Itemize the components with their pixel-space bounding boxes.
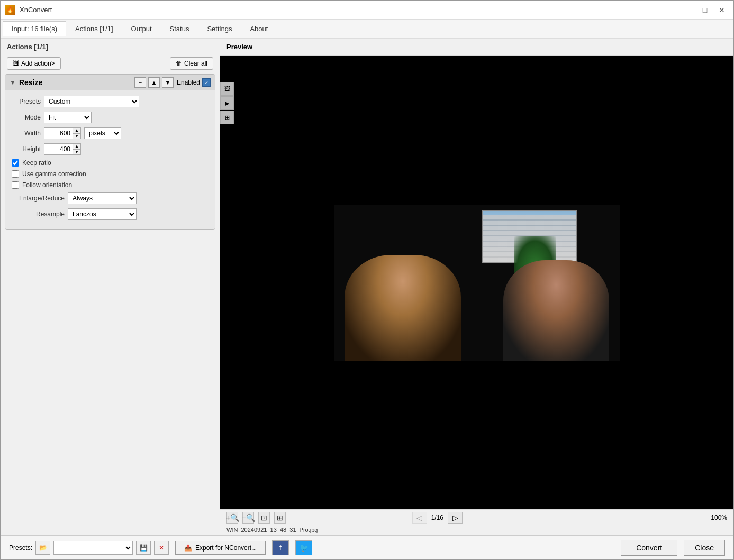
zoom-out-button[interactable]: −🔍	[242, 512, 254, 524]
mode-label: Mode	[12, 114, 41, 121]
zoom-in-button[interactable]: +🔍	[226, 512, 238, 524]
window-controls: — □ ✕	[681, 4, 729, 16]
presets-select[interactable]: Custom	[44, 96, 139, 107]
resize-action-block: ▼ Resize − ▲ ▼ Enabled ✓ Presets	[5, 74, 215, 230]
tab-output[interactable]: Output	[122, 21, 161, 36]
preview-zoom-toolbar: +🔍 −🔍 ⊡ ⊞ ◁ 1/16 ▷ 100%	[220, 509, 733, 526]
resize-enabled-checkbox[interactable]: ✓	[202, 78, 211, 87]
add-icon: 🖼	[13, 60, 19, 67]
presets-bar-label: Presets:	[9, 544, 32, 552]
preset-load-button[interactable]: 📂	[35, 541, 50, 555]
enlarge-reduce-row: Enlarge/Reduce Always Enlarge only Reduc…	[12, 192, 209, 204]
preview-image	[334, 205, 620, 361]
close-window-button[interactable]: ✕	[714, 4, 729, 16]
resize-remove-button[interactable]: −	[134, 77, 146, 88]
preview-filename: WIN_20240921_13_48_31_Pro.jpg	[220, 526, 733, 535]
follow-orientation-checkbox[interactable]	[12, 181, 19, 189]
tab-input[interactable]: Input: 16 file(s)	[3, 21, 66, 36]
unit-select[interactable]: pixels cm mm inches %	[84, 127, 121, 139]
actions-toolbar: 🖼 Add action> 🗑 Clear all	[1, 55, 220, 74]
resize-action-header: ▼ Resize − ▲ ▼ Enabled ✓	[5, 75, 215, 90]
zoom-level: 100%	[711, 514, 727, 521]
nav-prev-button[interactable]: ◁	[412, 512, 427, 524]
status-bar: Presets: 📂 💾 ✕ 📤 Export for NConvert... …	[1, 535, 733, 559]
resize-action-controls: − ▲ ▼	[134, 77, 174, 88]
presets-label: Presets	[12, 98, 41, 105]
enlarge-select[interactable]: Always Enlarge only Reduce only	[68, 192, 137, 204]
presets-row: Presets Custom	[12, 96, 209, 107]
zoom-reset-button[interactable]: ⊞	[274, 512, 286, 524]
width-decrement-button[interactable]: ▼	[73, 133, 81, 139]
preset-combo[interactable]	[53, 541, 133, 555]
gamma-correction-label: Use gamma correction	[22, 170, 86, 178]
height-spinbox: ▲ ▼	[44, 143, 81, 155]
left-panel: Actions [1/1] 🖼 Add action> 🗑 Clear all …	[1, 39, 220, 535]
close-button[interactable]: Close	[684, 540, 725, 556]
twitter-button[interactable]: 🐦	[295, 540, 312, 555]
gamma-correction-checkbox[interactable]	[12, 170, 19, 178]
width-row: Width ▲ ▼ pixels cm mm inche	[12, 127, 209, 139]
tab-about[interactable]: About	[241, 21, 277, 36]
minimize-button[interactable]: —	[681, 4, 695, 16]
clear-icon: 🗑	[176, 60, 182, 67]
preset-save-button[interactable]: 💾	[136, 541, 151, 555]
height-spinbox-buttons: ▲ ▼	[73, 143, 81, 155]
resample-select[interactable]: Lanczos Nearest Bilinear Bicubic	[68, 208, 137, 220]
convert-button[interactable]: Convert	[621, 540, 677, 556]
export-nconvert-button[interactable]: 📤 Export for NConvert...	[175, 541, 266, 555]
export-icon: 📤	[184, 544, 192, 552]
keep-ratio-label: Keep ratio	[22, 159, 51, 167]
tab-actions[interactable]: Actions [1/1]	[66, 21, 122, 36]
follow-orientation-label: Follow orientation	[22, 181, 72, 189]
add-action-button[interactable]: 🖼 Add action>	[7, 57, 61, 70]
resample-label: Resample	[12, 210, 65, 218]
enlarge-label: Enlarge/Reduce	[12, 195, 65, 202]
app-icon: 🔥	[5, 5, 15, 15]
preview-navigation: ◁ 1/16 ▷	[412, 512, 463, 524]
maximize-button[interactable]: □	[697, 4, 712, 16]
resize-move-down-button[interactable]: ▼	[162, 77, 174, 88]
follow-orientation-row: Follow orientation	[12, 181, 209, 189]
presets-section: Presets: 📂 💾 ✕	[9, 541, 169, 555]
keep-ratio-row: Keep ratio	[12, 159, 209, 167]
mode-select[interactable]: Fit Crop Stretch Width Height	[44, 112, 92, 123]
height-increment-button[interactable]: ▲	[73, 143, 81, 149]
preview-title: Preview	[220, 39, 733, 56]
height-decrement-button[interactable]: ▼	[73, 149, 81, 155]
nav-next-button[interactable]: ▷	[448, 512, 463, 524]
side-tool-grid[interactable]: ⊞	[220, 111, 234, 124]
preview-side-toolbar: 🖼 ▶ ⊞	[220, 82, 234, 124]
actions-panel-title: Actions [1/1]	[1, 39, 220, 55]
preview-counter: 1/16	[431, 514, 443, 521]
side-tool-image[interactable]: 🖼	[220, 82, 234, 96]
right-panel: Preview 🖼 ▶ ⊞	[220, 39, 733, 535]
preview-area: 🖼 ▶ ⊞	[220, 56, 733, 509]
facebook-button[interactable]: f	[272, 540, 289, 555]
resize-enabled-toggle: Enabled ✓	[177, 78, 211, 87]
mode-row: Mode Fit Crop Stretch Width Height	[12, 112, 209, 123]
height-label: Height	[12, 145, 41, 153]
zoom-fit-button[interactable]: ⊡	[258, 512, 270, 524]
clear-all-button[interactable]: 🗑 Clear all	[170, 57, 213, 70]
gamma-correction-row: Use gamma correction	[12, 170, 209, 178]
resize-move-up-button[interactable]: ▲	[148, 77, 160, 88]
height-row: Height ▲ ▼	[12, 143, 209, 155]
preset-delete-button[interactable]: ✕	[154, 541, 169, 555]
height-input[interactable]	[44, 143, 73, 155]
collapse-resize-button[interactable]: ▼	[10, 79, 16, 86]
title-bar: 🔥 XnConvert — □ ✕	[1, 1, 733, 20]
width-input[interactable]	[44, 127, 73, 139]
resize-action-body: Presets Custom Mode Fit Crop Stretch Wid…	[5, 90, 215, 229]
content-area: Actions [1/1] 🖼 Add action> 🗑 Clear all …	[1, 39, 733, 535]
tab-settings[interactable]: Settings	[198, 21, 241, 36]
tab-status[interactable]: Status	[161, 21, 198, 36]
width-label: Width	[12, 130, 41, 137]
resize-action-title: Resize	[19, 78, 131, 87]
side-tool-arrow[interactable]: ▶	[220, 96, 234, 110]
keep-ratio-checkbox[interactable]	[12, 159, 19, 167]
main-window: 🔥 XnConvert — □ ✕ Input: 16 file(s) Acti…	[0, 0, 734, 560]
width-increment-button[interactable]: ▲	[73, 127, 81, 133]
width-spinbox: ▲ ▼	[44, 127, 81, 139]
window-title: XnConvert	[20, 6, 681, 14]
menu-bar: Input: 16 file(s) Actions [1/1] Output S…	[1, 20, 733, 39]
